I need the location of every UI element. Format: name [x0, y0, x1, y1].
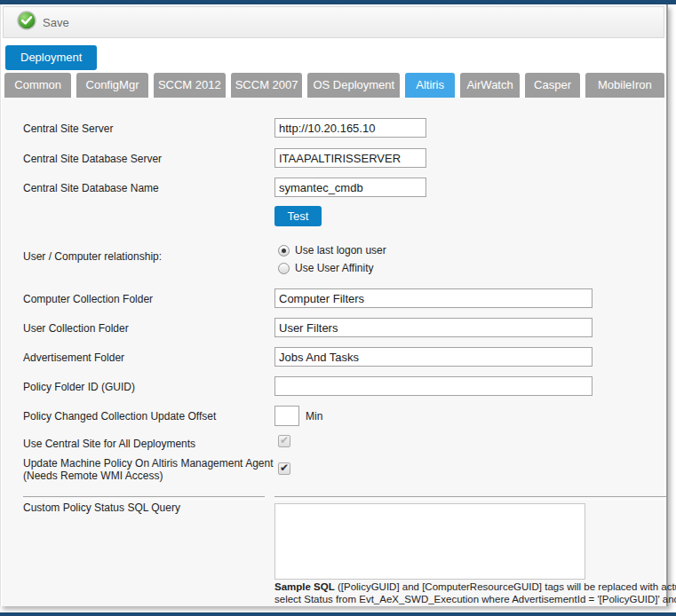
tab-mobileiron[interactable]: MobileIron: [585, 73, 664, 98]
radio-unselected-icon: [278, 263, 290, 274]
policy-folder-id-input[interactable]: [274, 376, 592, 396]
advertisement-folder-input[interactable]: [274, 347, 592, 367]
toolbar: Save: [3, 6, 664, 38]
sample-sql-line1-text: ([PolicyGUID] and [ComputerResourceGUID]…: [335, 581, 676, 592]
computer-collection-folder-label: Computer Collection Folder: [23, 293, 274, 305]
radio-use-user-affinity[interactable]: Use User Affinity: [278, 262, 373, 274]
form-content: Central Site Server Central Site Databas…: [2, 98, 664, 606]
window-bottom-border: [0, 612, 676, 616]
central-site-database-server-label: Central Site Database Server: [23, 153, 274, 165]
central-site-server-label: Central Site Server: [23, 122, 274, 135]
advertisement-folder-label: Advertisement Folder: [23, 351, 274, 364]
sample-sql-line1: Sample SQL ([PolicyGUID] and [ComputerRe…: [274, 581, 676, 592]
tab-altiris[interactable]: Altiris: [405, 73, 455, 98]
radio-use-last-logon-user-label: Use last logon user: [295, 244, 386, 257]
divider-left: [23, 496, 265, 500]
tab-deployment[interactable]: Deployment: [5, 45, 97, 70]
central-site-database-name-input[interactable]: [274, 178, 426, 197]
central-site-database-server-input[interactable]: [274, 148, 426, 168]
settings-window: Save Deployment Common ConfigMgr SCCM 20…: [0, 4, 668, 606]
save-button-label: Save: [43, 16, 69, 29]
sub-tab-row: Common ConfigMgr SCCM 2012 SCCM 2007 OS …: [4, 73, 664, 98]
tab-sccm-2012[interactable]: SCCM 2012: [154, 73, 226, 98]
radio-selected-icon: [278, 245, 290, 257]
checkmark-icon: ✔: [280, 434, 289, 446]
policy-folder-id-label: Policy Folder ID (GUID): [23, 381, 274, 393]
checkmark-icon: ✔: [280, 462, 289, 474]
use-central-site-checkbox: ✔: [278, 435, 290, 447]
update-machine-policy-checkbox[interactable]: ✔: [278, 462, 290, 475]
central-site-database-name-label: Central Site Database Name: [23, 182, 274, 194]
tab-sccm-2007[interactable]: SCCM 2007: [231, 73, 302, 98]
custom-policy-sql-textarea[interactable]: [274, 503, 585, 580]
central-site-server-input[interactable]: [274, 118, 426, 138]
tab-os-deployment[interactable]: OS Deployment: [307, 73, 400, 98]
use-central-site-label: Use Central Site for All Deployments: [23, 438, 274, 450]
policy-changed-offset-unit: Min: [306, 410, 322, 423]
radio-use-user-affinity-label: Use User Affinity: [295, 262, 373, 274]
primary-tab-row: Deployment: [5, 45, 97, 70]
tab-common[interactable]: Common: [4, 73, 71, 98]
save-button[interactable]: Save: [12, 9, 75, 36]
sample-sql-line2: select Status from Evt_AeX_SWD_Execution…: [274, 594, 676, 604]
computer-collection-folder-input[interactable]: [274, 288, 592, 308]
user-collection-folder-input[interactable]: [274, 318, 592, 337]
test-button[interactable]: Test: [274, 206, 322, 226]
divider-right: [274, 496, 666, 500]
custom-policy-sql-label: Custom Policy Status SQL Query: [23, 501, 274, 514]
update-machine-policy-label: Update Machine Policy On Altiris Managem…: [23, 457, 274, 482]
user-computer-relationship-label: User / Computer relationship:: [23, 250, 274, 263]
policy-changed-offset-label: Policy Changed Collection Update Offset: [23, 410, 274, 423]
tab-casper[interactable]: Casper: [525, 73, 579, 98]
sample-sql-bold: Sample SQL: [274, 581, 335, 592]
policy-changed-offset-input[interactable]: [274, 406, 299, 426]
user-collection-folder-label: User Collection Folder: [23, 322, 274, 335]
radio-use-last-logon-user[interactable]: Use last logon user: [278, 244, 386, 257]
save-check-icon: [17, 11, 36, 34]
tab-configmgr[interactable]: ConfigMgr: [76, 73, 147, 98]
tab-airwatch[interactable]: AirWatch: [460, 73, 520, 98]
